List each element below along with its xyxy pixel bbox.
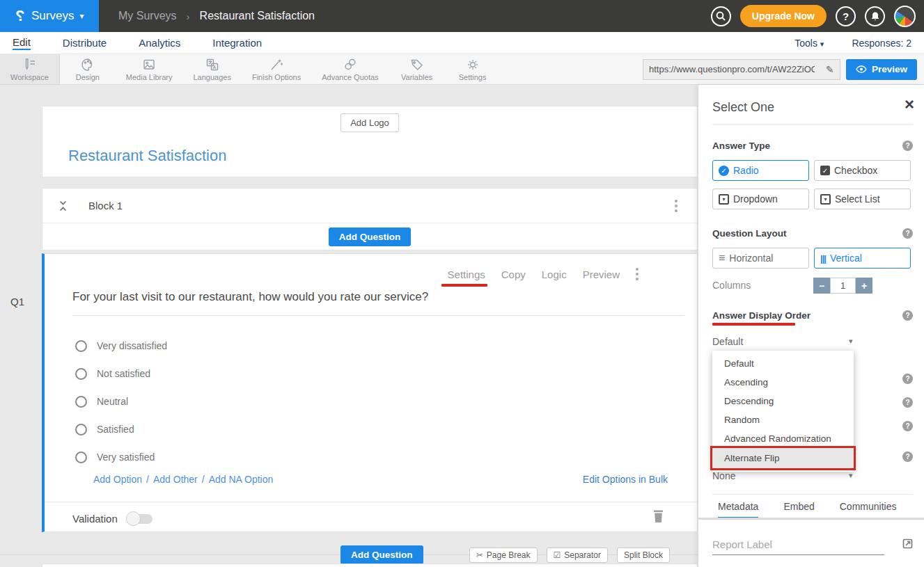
validation-row: Validation	[72, 513, 152, 525]
menu-item-advanced-randomization[interactable]: Advanced Randomization	[712, 429, 854, 448]
toolbar-item-languages[interactable]: A Languages	[182, 54, 241, 84]
block-footer-buttons: ✂ Page Break ☑ Separator Split Block	[469, 548, 670, 563]
radio-icon[interactable]	[75, 368, 87, 380]
breadcrumb-my-surveys[interactable]: My Surveys	[118, 10, 177, 22]
answer-type-dropdown-button[interactable]: ▾ Dropdown	[712, 189, 809, 209]
question-layout-help-icon[interactable]: ?	[902, 228, 913, 239]
hidden-setting-help-icon[interactable]: ?	[902, 421, 913, 431]
survey-url-field: ✎	[643, 59, 840, 80]
menu-item-alternate-flip[interactable]: Alternate Flip	[712, 448, 854, 468]
answer-type-select-list-button[interactable]: ▾ Select List	[814, 189, 911, 209]
answer-type-label: Answer Type	[712, 141, 770, 151]
question-tab-copy[interactable]: Copy	[501, 269, 526, 280]
option-label[interactable]: Neutral	[97, 396, 128, 407]
answer-type-checkbox-button[interactable]: ✓ Checkbox	[814, 160, 911, 181]
add-question-button-bottom[interactable]: Add Question	[340, 545, 423, 564]
radio-icon[interactable]	[75, 340, 87, 352]
question-tab-logic[interactable]: Logic	[542, 269, 567, 280]
menu-item-descending[interactable]: Descending	[712, 392, 854, 410]
help-button[interactable]: ?	[836, 6, 856, 26]
question-tab-settings[interactable]: Settings	[448, 269, 485, 280]
radio-icon[interactable]	[75, 396, 87, 408]
answer-display-order-help-icon[interactable]: ?	[902, 310, 913, 321]
tab-embed[interactable]: Embed	[783, 501, 814, 519]
tab-integration[interactable]: Integration	[212, 37, 262, 49]
report-label-input[interactable]	[712, 536, 884, 555]
tab-metadata[interactable]: Metadata	[718, 501, 758, 519]
radio-icon[interactable]	[75, 452, 87, 463]
advance-quotas-links-icon	[343, 58, 358, 72]
breadcrumb-current-survey: Restaurant Satisfaction	[200, 10, 315, 22]
none-select[interactable]: None ▾	[712, 470, 859, 481]
toolbar-item-advance-quotas[interactable]: Advance Quotas	[311, 54, 389, 84]
columns-value[interactable]: 1	[830, 278, 856, 294]
toolbar-item-settings[interactable]: Settings	[445, 54, 501, 84]
option-label[interactable]: Very dissatisfied	[97, 340, 167, 351]
expand-report-label-icon[interactable]	[902, 538, 913, 552]
survey-url-input[interactable]	[643, 64, 820, 74]
search-button[interactable]	[711, 6, 731, 26]
menu-item-default[interactable]: Default	[712, 354, 854, 373]
hidden-setting-help-icon[interactable]: ?	[902, 374, 913, 384]
question-footer-divider	[45, 502, 697, 502]
layout-vertical-button[interactable]: ||| Vertical	[814, 248, 911, 269]
surveys-product-menu[interactable]: ? Surveys ▾	[0, 0, 99, 32]
columns-increment-button[interactable]: +	[856, 278, 872, 294]
toolbar-item-finish-options[interactable]: Finish Options	[242, 54, 311, 84]
toolbar-item-variables[interactable]: Variables	[389, 54, 445, 84]
question-tab-preview[interactable]: Preview	[583, 269, 620, 280]
separator-button[interactable]: ☑ Separator	[547, 548, 608, 563]
question-menu-button[interactable]	[636, 268, 639, 280]
add-option-link[interactable]: Add Option	[93, 474, 142, 485]
tab-communities[interactable]: Communities	[840, 501, 897, 519]
tab-edit[interactable]: Edit	[13, 36, 31, 50]
add-na-option-link[interactable]: Add NA Option	[209, 474, 274, 485]
user-avatar[interactable]	[894, 6, 916, 27]
add-question-button[interactable]: Add Question	[329, 227, 412, 246]
next-block-card-edge	[42, 564, 698, 567]
delete-question-button[interactable]	[653, 510, 664, 525]
toolbar-item-media-library[interactable]: Media Library	[116, 54, 183, 84]
edit-url-pencil-icon[interactable]: ✎	[820, 64, 840, 75]
add-other-link[interactable]: Add Other	[153, 474, 198, 485]
layout-horizontal-button[interactable]: ≡ Horizontal	[712, 248, 809, 269]
tab-analytics[interactable]: Analytics	[139, 37, 180, 49]
responses-count[interactable]: Responses: 2	[852, 38, 911, 49]
hidden-setting-help-icon[interactable]: ?	[902, 397, 913, 408]
tools-menu[interactable]: Tools ▾	[794, 38, 824, 49]
hidden-setting-help-icon[interactable]: ?	[902, 452, 913, 462]
block-title[interactable]: Block 1	[88, 200, 123, 211]
question-settings-panel: Select One × Answer Type ? ✓ Radio ✓ Che…	[698, 85, 924, 567]
menu-item-random[interactable]: Random	[712, 410, 854, 429]
split-block-button[interactable]: Split Block	[617, 548, 670, 563]
option-label[interactable]: Very satisfied	[97, 452, 155, 463]
answer-type-help-icon[interactable]: ?	[902, 141, 913, 151]
answer-type-radio-button[interactable]: ✓ Radio	[712, 160, 809, 181]
toolbar-item-design[interactable]: Design	[60, 54, 116, 84]
radio-selected-icon: ✓	[719, 166, 729, 176]
notifications-button[interactable]	[865, 6, 885, 26]
page-break-button[interactable]: ✂ Page Break	[469, 548, 538, 563]
preview-button[interactable]: Preview	[846, 59, 917, 80]
upgrade-now-button[interactable]: Upgrade Now	[740, 5, 827, 27]
tab-distribute[interactable]: Distribute	[63, 37, 107, 49]
validation-toggle[interactable]	[127, 514, 152, 524]
block-menu-button[interactable]	[675, 200, 678, 212]
option-label[interactable]: Not satisfied	[97, 368, 150, 379]
edit-options-in-bulk-link[interactable]: Edit Options in Bulk	[583, 474, 668, 485]
menu-item-ascending[interactable]: Ascending	[712, 373, 854, 392]
eye-icon	[856, 65, 867, 73]
collapse-block-button[interactable]	[58, 200, 68, 211]
answer-display-order-select[interactable]: Default ▾	[712, 336, 859, 347]
columns-decrement-button[interactable]: −	[813, 278, 830, 294]
option-label[interactable]: Satisfied	[97, 424, 134, 435]
add-logo-button[interactable]: Add Logo	[340, 113, 399, 132]
question-layout-label: Question Layout	[712, 228, 787, 239]
toolbar-item-workspace[interactable]: Workspace	[0, 54, 60, 84]
close-panel-button[interactable]: ×	[905, 96, 914, 113]
survey-title[interactable]: Restaurant Satisfaction	[68, 147, 226, 165]
questionpro-logo-icon: ?	[15, 7, 24, 25]
question-text[interactable]: For your last visit to our restaurant, h…	[72, 290, 428, 304]
columns-label: Columns	[712, 280, 751, 291]
radio-icon[interactable]	[75, 424, 87, 436]
